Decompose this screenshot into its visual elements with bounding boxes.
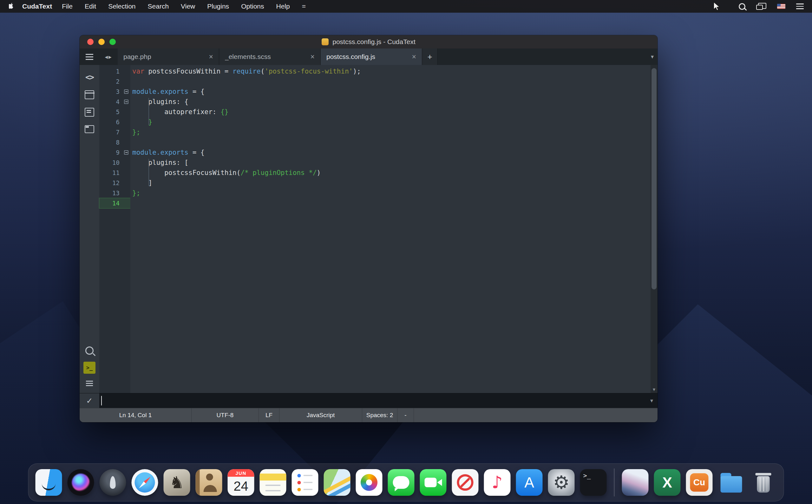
menu-item-file[interactable]: File <box>56 3 79 10</box>
tab-scroll-arrows[interactable]: ◂▸ <box>99 48 118 65</box>
code-line-8[interactable] <box>130 137 651 147</box>
menu-item-options[interactable]: Options <box>235 3 270 10</box>
code-line-2[interactable] <box>130 76 651 87</box>
safari-dial <box>135 472 155 493</box>
code-line-6[interactable]: } <box>130 117 651 127</box>
tab-close-icon[interactable]: × <box>205 53 213 61</box>
dock-appstore-icon[interactable]: A <box>516 469 543 496</box>
dock-contacts-icon[interactable] <box>196 469 222 496</box>
notification-center-icon[interactable] <box>796 3 804 9</box>
us-flag-input-source-icon[interactable] <box>777 4 785 9</box>
gutter-line-1: 1 <box>99 66 130 76</box>
reminders-line <box>303 489 313 490</box>
dock-terminal-icon[interactable]: >_ <box>580 469 607 496</box>
text-caret <box>101 396 102 405</box>
dock-cudatext-icon[interactable]: Cu <box>686 469 713 496</box>
sidebar-item-output[interactable] <box>86 381 93 386</box>
scrollbar-thumb[interactable] <box>652 68 657 289</box>
main-menu-button[interactable] <box>80 48 99 65</box>
sidebar-item-project[interactable] <box>85 90 94 99</box>
tab-page.php[interactable]: page.php× <box>118 48 219 65</box>
tab-close-icon[interactable]: × <box>408 53 416 61</box>
code-line-9[interactable]: module.exports = { <box>130 147 651 158</box>
dock-folder-icon[interactable] <box>718 469 745 496</box>
dock-screenshot-icon[interactable] <box>622 469 649 496</box>
code-line-3[interactable]: module.exports = { <box>130 87 651 97</box>
line-number: 9 <box>99 149 122 156</box>
line-number: 3 <box>99 88 122 95</box>
scrollbar-down-arrow[interactable]: ▾ <box>651 386 658 392</box>
dock-calendar-icon[interactable]: JUN24 <box>228 469 254 496</box>
sidebar-item-console[interactable]: >_ <box>83 362 95 374</box>
console-ok-button[interactable]: ✓ <box>80 393 99 408</box>
menu-item-edit[interactable]: Edit <box>79 3 102 10</box>
reminders-dot <box>297 481 301 484</box>
code-line-11[interactable]: postcssFocusWithin(/* pluginOptions */) <box>130 168 651 178</box>
chess-glyph: ♞ <box>169 474 184 491</box>
reminders-dot <box>297 488 301 491</box>
tab-_elements.scss[interactable]: _elements.scss× <box>219 48 321 65</box>
sidebar-item-search[interactable] <box>85 346 94 355</box>
tab-postcss.config.js[interactable]: postcss.config.js× <box>321 48 422 65</box>
dock-chess-icon[interactable]: ♞ <box>164 469 190 496</box>
dock-news-icon[interactable] <box>452 469 479 496</box>
fold-collapse-icon[interactable] <box>124 150 128 155</box>
menu-item-view[interactable]: View <box>175 3 201 10</box>
sidebar-item-code-tree[interactable]: <> <box>85 73 94 82</box>
code-line-5[interactable]: autoprefixer: {} <box>130 107 651 117</box>
menubar-app-name[interactable]: CudaText <box>22 3 52 10</box>
code-line-14[interactable] <box>130 198 651 208</box>
menu-item-=[interactable]: = <box>296 3 312 10</box>
menu-item-help[interactable]: Help <box>270 3 296 10</box>
code-line-4[interactable]: plugins: { <box>130 97 651 107</box>
dock-safari-icon[interactable] <box>132 469 158 496</box>
dock-settings-icon[interactable]: ⚙ <box>548 469 575 496</box>
sidebar-item-tabs-panel[interactable] <box>85 125 94 133</box>
console-history-dropdown[interactable]: ▾ <box>650 393 653 408</box>
code-token: module.exports <box>132 149 188 156</box>
dock-reminders-icon[interactable] <box>292 469 318 496</box>
dock-facetime-icon[interactable] <box>420 469 447 496</box>
dock-maps-icon[interactable] <box>324 469 350 496</box>
minimize-button[interactable] <box>98 39 105 45</box>
code-line-1[interactable]: var postcssFocusWithin = require('postcs… <box>130 66 651 76</box>
tab-close-icon[interactable]: × <box>307 53 315 61</box>
code-line-12[interactable]: ] <box>130 178 651 188</box>
apple-menu[interactable] <box>6 3 17 10</box>
vertical-scrollbar[interactable]: ▾ <box>651 65 658 393</box>
sidebar-item-snippets[interactable] <box>85 108 94 117</box>
zoom-button[interactable] <box>109 39 116 45</box>
dock-music-icon[interactable]: ♪ <box>484 469 511 496</box>
menu-item-selection[interactable]: Selection <box>102 3 141 10</box>
menu-item-search[interactable]: Search <box>142 3 175 10</box>
code-line-7[interactable]: }; <box>130 127 651 137</box>
code-line-13[interactable]: }; <box>130 188 651 198</box>
tab-label: page.php <box>123 53 151 61</box>
dock-siri-icon[interactable] <box>68 469 94 496</box>
window-titlebar[interactable]: postcss.config.js - CudaText <box>80 35 658 48</box>
menu-item-plugins[interactable]: Plugins <box>201 3 235 10</box>
line-number: 8 <box>99 139 122 146</box>
tab-list-dropdown[interactable]: ▾ <box>651 48 654 65</box>
dock-messages-icon[interactable] <box>388 469 415 496</box>
displays-icon[interactable] <box>756 3 766 10</box>
notes-line <box>265 485 281 486</box>
new-tab-button[interactable]: + <box>422 48 438 65</box>
code-line-10[interactable]: plugins: [ <box>130 158 651 168</box>
dock-launchpad-icon[interactable] <box>100 469 126 496</box>
prohibit-bar <box>460 477 471 488</box>
dock-trash-icon[interactable] <box>750 469 777 496</box>
dock-excel-icon[interactable]: X <box>654 469 681 496</box>
close-button[interactable] <box>87 39 94 45</box>
dock-notes-icon[interactable] <box>260 469 286 496</box>
fold-column <box>122 150 130 155</box>
fold-collapse-icon[interactable] <box>124 100 128 104</box>
spotlight-search-icon[interactable] <box>739 3 745 10</box>
code-token: require <box>232 68 261 75</box>
tab-label: postcss.config.js <box>326 53 375 61</box>
console-input[interactable] <box>99 393 658 408</box>
fold-collapse-icon[interactable] <box>124 89 128 94</box>
dock-photos-icon[interactable] <box>356 469 382 496</box>
code-editor[interactable]: var postcssFocusWithin = require('postcs… <box>130 65 651 393</box>
dock-finder-icon[interactable] <box>36 469 62 496</box>
